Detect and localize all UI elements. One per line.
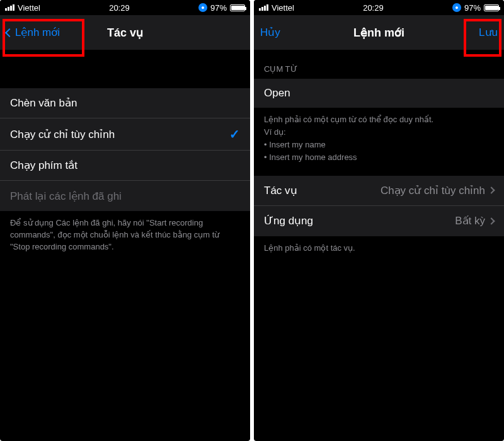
- row-run-custom-gesture[interactable]: Chạy cử chỉ tùy chỉnh ✓: [0, 118, 250, 151]
- status-left: Viettel: [259, 3, 294, 13]
- row-playback-recorded: Phát lại các lệnh đã ghi: [0, 181, 250, 211]
- phone-right: Viettel 20:29 ● 97% Hủy Lệnh mới Lưu CỤM…: [254, 0, 504, 441]
- row-label: Chạy cử chỉ tùy chỉnh: [10, 128, 115, 141]
- status-bar: Viettel 20:29 ● 97%: [254, 0, 504, 15]
- hint-line: Lệnh phải có một cụm từ có thể đọc duy n…: [264, 113, 494, 126]
- action-value-text: Chạy cử chỉ tùy chỉnh: [381, 184, 485, 197]
- back-label: Lệnh mới: [15, 26, 60, 39]
- cancel-label: Hủy: [260, 26, 280, 39]
- back-button[interactable]: Lệnh mới: [0, 15, 66, 50]
- footer-note: Lệnh phải có một tác vụ.: [254, 236, 504, 261]
- row-label: Chạy phím tắt: [10, 159, 77, 172]
- section-header-phrase: CỤM TỪ: [254, 50, 504, 79]
- battery-icon: [230, 4, 245, 11]
- row-insert-text[interactable]: Chèn văn bản: [0, 88, 250, 118]
- save-label: Lưu: [479, 26, 498, 39]
- status-right: ● 97%: [452, 3, 499, 13]
- phone-left: Viettel 20:29 ● 97% Lệnh mới Tác vụ Chèn…: [0, 0, 250, 441]
- row-value: Bất kỳ: [455, 214, 494, 227]
- chevron-left-icon: [5, 28, 14, 37]
- status-left: Viettel: [5, 3, 40, 13]
- clock: 20:29: [109, 3, 130, 13]
- cancel-button[interactable]: Hủy: [254, 15, 287, 50]
- battery-pct: 97%: [210, 3, 227, 13]
- hint-bullet: • Insert my name: [264, 139, 494, 151]
- clock: 20:29: [363, 3, 384, 13]
- phrase-value: Open: [264, 87, 290, 99]
- nav-bar: Hủy Lệnh mới Lưu: [254, 15, 504, 50]
- checkmark-icon: ✓: [229, 127, 240, 142]
- signal-icon: [259, 4, 268, 11]
- action-list: Chèn văn bản Chạy cử chỉ tùy chỉnh ✓ Chạ…: [0, 88, 250, 211]
- row-label: Tác vụ: [264, 184, 297, 197]
- hint-line: Ví dụ:: [264, 126, 494, 139]
- phrase-input[interactable]: Open: [254, 79, 504, 108]
- app-value-text: Bất kỳ: [455, 214, 485, 227]
- content: CỤM TỪ Open Lệnh phải có một cụm từ có t…: [254, 50, 504, 260]
- battery-pct: 97%: [464, 3, 481, 13]
- page-title: Lệnh mới: [353, 26, 404, 40]
- spacer: [0, 50, 250, 88]
- mic-icon: ●: [198, 3, 207, 12]
- status-bar: Viettel 20:29 ● 97%: [0, 0, 250, 15]
- page-title: Tác vụ: [107, 26, 143, 40]
- save-button[interactable]: Lưu: [472, 15, 504, 50]
- status-right: ● 97%: [198, 3, 245, 13]
- row-label: Ứng dụng: [264, 214, 313, 227]
- hint-bullet: • Insert my home address: [264, 151, 494, 164]
- chevron-right-icon: [488, 186, 495, 193]
- carrier-label: Viettel: [272, 3, 294, 13]
- mic-icon: ●: [452, 3, 461, 12]
- row-label: Phát lại các lệnh đã ghi: [10, 190, 122, 203]
- settings-list: Tác vụ Chạy cử chỉ tùy chỉnh Ứng dụng Bấ…: [254, 176, 504, 236]
- signal-icon: [5, 4, 14, 11]
- footer-note: Để sử dụng Các lệnh đã ghi, hãy nói "Sta…: [0, 211, 250, 260]
- row-label: Chèn văn bản: [10, 96, 77, 110]
- row-action[interactable]: Tác vụ Chạy cử chỉ tùy chỉnh: [254, 176, 504, 206]
- row-run-shortcut[interactable]: Chạy phím tắt: [0, 151, 250, 181]
- nav-bar: Lệnh mới Tác vụ: [0, 15, 250, 50]
- row-app[interactable]: Ứng dụng Bất kỳ: [254, 206, 504, 236]
- carrier-label: Viettel: [18, 3, 40, 13]
- phrase-hint: Lệnh phải có một cụm từ có thể đọc duy n…: [254, 108, 504, 176]
- row-value: Chạy cử chỉ tùy chỉnh: [381, 184, 494, 197]
- battery-icon: [484, 4, 499, 11]
- chevron-right-icon: [488, 217, 495, 224]
- content: Chèn văn bản Chạy cử chỉ tùy chỉnh ✓ Chạ…: [0, 50, 250, 260]
